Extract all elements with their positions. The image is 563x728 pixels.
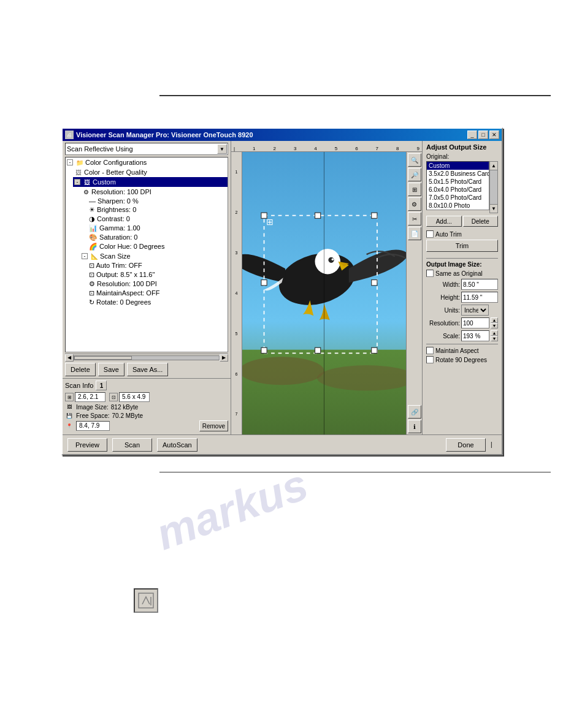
tree-label: 🌈 Color Hue: 0 Degrees <box>89 243 164 251</box>
tree-item-gamma[interactable]: 📊 Gamma: 1.00 <box>88 224 228 233</box>
saveas-button[interactable]: Save As... <box>127 363 169 376</box>
resolution-down[interactable]: ▼ <box>491 323 498 328</box>
width-input[interactable] <box>461 279 498 290</box>
width-label: Width: <box>426 281 460 288</box>
scan-info-label: Scan Info <box>65 382 93 389</box>
add-button[interactable]: Add... <box>426 216 462 227</box>
maintain-aspect-row: Maintain Aspect <box>426 347 498 354</box>
tree-label: ⚙ Resolution: 100 DPI <box>89 280 157 288</box>
tree-item-resolution[interactable]: ⚙ Resolution: 100 DPI <box>80 187 228 197</box>
tool-adjust-btn[interactable]: ⚙ <box>408 197 421 211</box>
resolution-input[interactable] <box>461 317 489 328</box>
free-space-row: 💾 Free Space: 70.2 MByte <box>65 412 228 419</box>
maximize-button[interactable]: □ <box>478 131 488 139</box>
maintain-aspect-checkbox[interactable] <box>426 347 434 354</box>
tree-item-output[interactable]: ⊡ Output: 8.5" x 11.6" <box>88 270 228 279</box>
tool-zoom-btn[interactable]: 🔍 <box>408 153 421 167</box>
tree-label: 🎨 Saturation: 0 <box>89 233 137 241</box>
delete-button[interactable]: Delete <box>65 363 96 376</box>
title-bar: 🖨 Visioneer Scan Manager Pro: Visioneer … <box>63 129 502 141</box>
original-label: Original: <box>426 153 498 160</box>
same-as-original-checkbox[interactable] <box>426 270 434 277</box>
window-content: Scan Reflective Using ▼ - 📁 Color Config… <box>63 141 502 434</box>
remove-button[interactable]: Remove <box>199 420 228 431</box>
tool-output-btn[interactable]: 📄 <box>408 227 421 240</box>
scan-info-area: Scan Info 1 ⊞ 2.6, 2.1 ⊡ 5.6 x 4.9 🖼 Ima… <box>63 378 231 434</box>
same-as-original-row: Same as Original <box>426 270 498 277</box>
scan-mode-dropdown[interactable]: Scan Reflective Using <box>65 143 228 155</box>
original-list[interactable]: Custom 3.5x2.0 Business Card 5.0x1.5 Pho… <box>426 161 489 210</box>
tree-item-maintain[interactable]: ⊡ MaintainAspect: OFF <box>88 289 228 298</box>
height-input[interactable] <box>461 292 498 303</box>
save-button[interactable]: Save <box>98 363 124 376</box>
expand-icon[interactable]: - <box>82 253 88 259</box>
tool-link-btn[interactable]: 🔗 <box>408 405 421 419</box>
tree-item-saturation[interactable]: 🎨 Saturation: 0 <box>88 233 228 242</box>
coord2-icon: ⊡ <box>109 393 118 401</box>
tree-item-colorhue[interactable]: 🌈 Color Hue: 0 Degrees <box>88 242 228 251</box>
tree-label: ☀ Brightness: 0 <box>89 206 136 214</box>
preview-button[interactable]: Preview <box>67 438 107 452</box>
tree-item-autotrim[interactable]: ⊡ Auto Trim: OFF <box>88 261 228 270</box>
scale-down[interactable]: ▼ <box>491 336 498 341</box>
ruler-num: 3 <box>294 146 296 151</box>
image-size-value: 812 kByte <box>111 404 138 411</box>
tree-label: Color - Better Quality <box>84 169 147 176</box>
tool-crop-btn[interactable]: ✂ <box>408 212 421 226</box>
ruler-side-num: 4 <box>236 291 238 295</box>
done-button[interactable]: Done <box>446 438 486 452</box>
autoscan-button[interactable]: AutoScan <box>157 438 197 452</box>
rotate-checkbox[interactable] <box>426 356 434 363</box>
scan-info-badge[interactable]: 1 <box>96 381 107 390</box>
tree-item-color-better[interactable]: 🖼 Color - Better Quality <box>73 167 228 177</box>
preview-area: 1 2 3 4 5 6 7 <box>231 152 422 434</box>
tree-item-rotate[interactable]: ↻ Rotate: 0 Degrees <box>88 298 228 307</box>
list-item-photo1[interactable]: 5.0x1.5 Photo/Card <box>427 178 489 186</box>
minimize-button[interactable]: _ <box>467 131 477 139</box>
tree-item-sharpen[interactable]: — Sharpen: 0 % <box>88 197 228 205</box>
expand-icon[interactable]: - <box>67 159 73 165</box>
auto-trim-checkbox[interactable] <box>426 230 434 238</box>
scroll-left-btn[interactable]: ◀ <box>65 354 74 362</box>
trim-button[interactable]: Trim <box>426 240 498 252</box>
list-item-letter[interactable]: 8.5x11.0 US Letter <box>427 210 489 210</box>
list-item-photo2[interactable]: 6.0x4.0 Photo/Card <box>427 186 489 194</box>
scrollbar-track[interactable] <box>74 355 220 360</box>
scale-input[interactable] <box>461 330 489 341</box>
scale-up[interactable]: ▲ <box>491 330 498 336</box>
list-scrollbar[interactable]: ▲ ▼ <box>489 161 498 213</box>
tree-item-contrast[interactable]: ◑ Contrast: 0 <box>88 214 228 224</box>
scan-info-header: Scan Info 1 <box>65 381 228 390</box>
tree-item-custom[interactable]: - 🖼 Custom <box>73 177 228 187</box>
tree-scrollbar[interactable]: ◀ ▶ <box>65 354 228 361</box>
side-toolbar: 🔍 🔎 ⊞ ⚙ ✂ 📄 🔗 ℹ <box>406 152 422 434</box>
ruler-num: 9 <box>416 146 419 151</box>
ruler-side-num: 2 <box>236 210 238 214</box>
resolution-up[interactable]: ▲ <box>491 317 498 323</box>
tool-select-btn[interactable]: 🔎 <box>408 168 421 181</box>
image-canvas[interactable]: ⊞ <box>242 152 406 434</box>
expand-icon[interactable]: - <box>74 179 80 185</box>
list-item-custom[interactable]: Custom <box>427 162 489 170</box>
list-item-photo3[interactable]: 7.0x5.0 Photo/Card <box>427 194 489 202</box>
list-item-bc[interactable]: 3.5x2.0 Business Card <box>427 170 489 178</box>
tree-item-res2[interactable]: ⚙ Resolution: 100 DPI <box>88 279 228 289</box>
units-dropdown[interactable]: Inches cm Pixels <box>461 305 489 316</box>
scroll-up-btn[interactable]: ▲ <box>490 162 497 170</box>
tree-item-brightness[interactable]: ☀ Brightness: 0 <box>88 205 228 214</box>
scan-button[interactable]: Scan <box>112 438 152 452</box>
scroll-right-btn[interactable]: ▶ <box>220 354 228 362</box>
rotate-label: Rotate 90 Degrees <box>435 357 487 363</box>
scroll-thumb[interactable] <box>490 170 497 204</box>
close-button[interactable]: ✕ <box>489 131 499 139</box>
tool-grid-btn[interactable]: ⊞ <box>408 183 421 196</box>
tree-item-color-configs[interactable]: - 📁 Color Configurations <box>66 157 228 167</box>
list-delete-button[interactable]: Delete <box>463 216 499 227</box>
tool-info-btn[interactable]: ℹ <box>408 420 421 433</box>
list-item-photo4[interactable]: 8.0x10.0 Photo <box>427 202 489 210</box>
scroll-down-btn[interactable]: ▼ <box>490 204 497 213</box>
svg-rect-14 <box>315 347 321 353</box>
tree-item-scansize[interactable]: - 📐 Scan Size <box>80 251 228 261</box>
tree-label: Scan Size <box>100 252 131 260</box>
folder-icon: 📁 <box>75 158 84 167</box>
